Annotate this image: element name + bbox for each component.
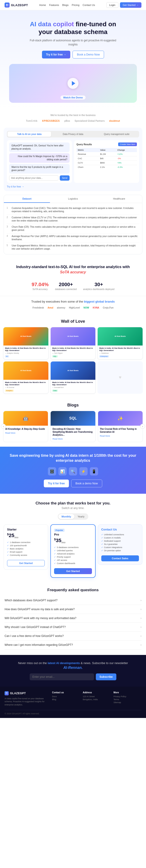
wall-card-tag-5: Data <box>52 390 58 392</box>
trusted-logo-3: pBox <box>64 120 70 122</box>
blog-prev-btn[interactable]: ‹ <box>1 424 6 429</box>
nav-blogs[interactable]: Blogs <box>62 4 69 6</box>
get-started-button[interactable]: Get Started → <box>120 2 141 8</box>
newsletter-submit[interactable]: Subscribe <box>96 674 116 680</box>
feat-text: Average Revenue Per User (ARPU): ARPU ca… <box>12 235 139 241</box>
cta-try-btn[interactable]: Try it for free <box>44 479 69 487</box>
feat-tab-1[interactable]: Dataset <box>4 195 50 203</box>
plan-btn-3[interactable]: Contact Sales <box>101 555 139 561</box>
demo-tab-2[interactable]: Data Privacy of data <box>51 131 95 137</box>
pricing-title: Choose the plan that works best for you. <box>4 501 142 505</box>
newsletter-input[interactable] <box>30 674 94 680</box>
faq-item-5[interactable]: Can I use a free demo of how GlAzeGPT wo… <box>5 632 141 641</box>
brand-2: Amul <box>48 306 53 309</box>
faq-item-4[interactable]: Why should I use GlAzeGPT instead of Cha… <box>5 623 141 632</box>
demo-tab-1[interactable]: Talk to AI on your data <box>7 131 51 137</box>
wall-card-img-1: AI that Beats <box>3 327 48 345</box>
toggle-monthly[interactable]: Monthly <box>59 514 74 519</box>
wall-card-tag-1: AI <box>5 355 9 358</box>
hero-video: Watch the Demo <box>9 64 137 103</box>
wall-card-sub-5: — InnovateTech <box>52 386 94 388</box>
chat-input[interactable] <box>9 175 59 181</box>
faq-section: Frequently asked questions Which databas… <box>0 583 146 655</box>
wall-card-1: AI that Beats Made in India: AI that Bea… <box>3 327 48 360</box>
logo[interactable]: GLAZEGPT <box>5 2 28 7</box>
login-button[interactable]: Login <box>106 2 118 8</box>
demo-result-area: Query Results Create New Item Metric Val… <box>74 140 139 183</box>
chat-send-btn[interactable]: Send <box>60 175 70 181</box>
feat-text: Churn Rate (CR): This metric calculates … <box>12 225 139 232</box>
hero-try-btn[interactable]: Try it for free → <box>42 51 71 58</box>
plan-btn-2[interactable]: Get Started <box>54 568 92 574</box>
plan-currency-2: $ <box>54 537 56 541</box>
brands-logos: Freshdesk Amul aisensy HighLevel NOW KVN… <box>5 306 141 309</box>
footer-col-title-1: Contact us <box>52 691 80 694</box>
create-item-btn[interactable]: Create New Item <box>118 143 137 146</box>
table-cell: -0.3% <box>116 165 137 169</box>
table-cell: $45 <box>99 156 116 161</box>
faq-q-2: How does GlAzeGPT ensure my data is safe… <box>5 608 139 611</box>
footer-logo-text: GLAZEGPT <box>10 692 26 695</box>
try-free-link[interactable]: Try it for free → <box>7 185 139 188</box>
plan-amount-2: 35 <box>56 537 61 543</box>
cta-demo-btn[interactable]: Book a demo Now <box>71 479 102 487</box>
footer-link-1-1[interactable]: Docs <box>52 695 80 698</box>
play-button[interactable] <box>68 78 78 89</box>
blog-title-1: AI Knowledge: A Step-by-Step Guide <box>5 428 46 430</box>
blogs-section: Blogs ‹ 🤖 AI Knowledge: A Step-by-Step G… <box>0 398 146 447</box>
blog-link-1[interactable]: Read More <box>5 432 46 434</box>
table-cell: CLTV <box>76 161 99 165</box>
blog-link-2[interactable]: Read More <box>52 438 93 440</box>
newsletter-brand-name: AI-Rennan. <box>64 666 82 670</box>
blog-title-3: The Crucial Role of Fine Tuning in Gener… <box>100 428 141 433</box>
text-sql-section: Industry-standard text-to-SQL AI tool fo… <box>0 258 146 278</box>
table-cell: CAC <box>76 156 99 161</box>
header-actions: Login Get Started → <box>106 2 141 8</box>
table-cell: +12% <box>116 152 137 156</box>
brand-7: Crejo.Fun <box>103 306 114 309</box>
wall-card-spacer: ♥ <box>98 361 143 394</box>
faq-item-6[interactable]: Where can I get more information regardi… <box>5 641 141 649</box>
newsletter-post: & news. Subscribe to our newsletter <box>81 661 128 665</box>
footer-link-3-2[interactable]: Terms <box>113 698 141 701</box>
faq-item-1[interactable]: Which databases does GlAzeGPT support? › <box>5 596 141 605</box>
blog-next-btn[interactable]: › <box>140 424 145 429</box>
wall-card-img-2: AI that Beats <box>51 327 96 345</box>
feat-tab-2[interactable]: Logistics <box>50 195 96 203</box>
brand-1: Freshdesk <box>33 306 44 309</box>
toggle-yearly[interactable]: Yearly <box>74 514 87 519</box>
chat-bubble-2: How could the % Margin Improve by ~570% … <box>9 153 70 163</box>
demo-tabs: Talk to AI on your data Data Privacy of … <box>7 131 139 137</box>
nav-contact[interactable]: Contact Us <box>82 4 95 6</box>
plan-feat-1-2: ✓100 queries/month <box>7 544 45 547</box>
footer-link-3-1[interactable]: Privacy Policy <box>113 695 141 698</box>
demo-tab-3[interactable]: Query management suite <box>95 131 139 137</box>
footer-brand: GLAZEGPT AI data copilot fine-tuned on y… <box>5 691 49 707</box>
stat-num-3: 30+ <box>83 282 114 287</box>
wall-card-tag-4: Analytics <box>5 390 14 392</box>
feat-num: 2 <box>7 216 10 219</box>
faq-item-2[interactable]: How does GlAzeGPT ensure my data is safe… <box>5 605 141 614</box>
footer-link-1-2[interactable]: Blog <box>52 698 80 701</box>
wall-card-title-5: Made in India: AI that Beats the World's… <box>52 381 94 386</box>
svg-rect-7 <box>7 693 7 694</box>
table-cell: $890 <box>99 161 116 165</box>
faq-q-1: Which databases does GlAzeGPT support? <box>5 599 139 602</box>
hero-demo-btn[interactable]: Book a Demo Now <box>73 51 104 58</box>
feat-tab-3[interactable]: Healthcare <box>96 195 142 203</box>
faq-item-3[interactable]: Will GlAzeGPT work with my messy and unf… <box>5 614 141 623</box>
footer-logo: GLAZEGPT <box>5 691 49 695</box>
faq-chevron-5: › <box>141 634 141 638</box>
blog-body-3: The Crucial Role of Fine Tuning in Gener… <box>98 426 143 439</box>
plan-feat-3-5: ✓Custom integrations <box>101 546 139 549</box>
plan-btn-1[interactable]: Get Started <box>7 560 45 566</box>
pricing-card-pro: Popular Pro $35/mo ✓5 database connectio… <box>50 524 95 578</box>
logo-icon <box>5 2 9 7</box>
blog-link-3[interactable]: Read More <box>100 435 141 437</box>
footer-link-3-3[interactable]: Sitemap <box>113 701 141 704</box>
footer-col-title-2: Address <box>83 691 111 694</box>
nav-pricing[interactable]: Pricing <box>72 4 79 6</box>
nav-features[interactable]: Features <box>49 4 59 6</box>
table-cell: $1.2M <box>99 152 116 156</box>
nav-home[interactable]: Home <box>39 4 46 6</box>
